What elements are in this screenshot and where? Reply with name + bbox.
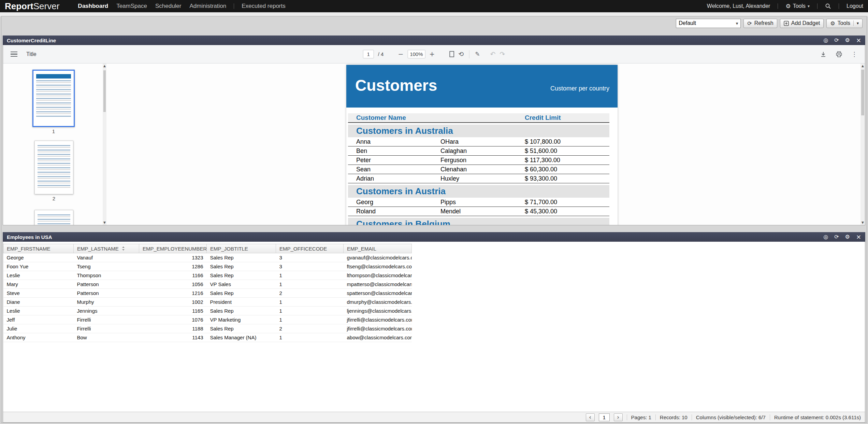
pdf-scrollbar[interactable]: ▲ ▼: [860, 63, 865, 225]
scroll-up-icon[interactable]: ▲: [103, 63, 106, 68]
thumbnail-scrollbar[interactable]: ▲ ▼: [103, 63, 106, 225]
thumbnail-page-3[interactable]: [34, 210, 73, 225]
table-row[interactable]: Foon Yue Tseng 1286 Sales Rep 3 ftseng@c…: [3, 262, 412, 271]
widget-options-icon[interactable]: ◎: [823, 234, 828, 240]
scrollbar-thumb[interactable]: [103, 70, 106, 112]
fit-page-icon[interactable]: [449, 51, 454, 57]
more-options-icon[interactable]: ⋮: [851, 51, 857, 57]
nav-item-scheduler[interactable]: Scheduler: [151, 0, 186, 12]
cell-lastname: Murphy: [74, 298, 139, 307]
separator: [817, 3, 818, 9]
column-header-email[interactable]: EMP_EMAIL: [344, 244, 412, 253]
nav-item-executed-reports[interactable]: Executed reports: [237, 0, 290, 12]
pdf-toolbar: Title / 4 − 100% + ⟲ ✎ ↶ ↷ ⋮: [3, 45, 865, 63]
employees-widget-header[interactable]: Employees in USA ◎ ⟳ ⚙ ×: [3, 232, 865, 242]
page-number-input[interactable]: [363, 50, 374, 58]
logout-link[interactable]: Logout: [847, 3, 863, 9]
column-header-officecode[interactable]: EMP_OFFICECODE: [276, 244, 344, 253]
table-row[interactable]: Mary Patterson 1056 VP Sales 1 mpatterso…: [3, 280, 412, 289]
column-header-firstname[interactable]: EMP_FIRSTNAME: [3, 244, 74, 253]
widget-options-icon[interactable]: ◎: [823, 38, 828, 43]
zoom-level[interactable]: 100%: [407, 50, 425, 58]
table-row[interactable]: Anthony Bow 1143 Sales Manager (NA) 1 ab…: [3, 333, 412, 342]
cell-email: mpatterso@classicmodelcars.c…: [344, 280, 412, 289]
thumbnail-page-2[interactable]: [34, 141, 73, 194]
cell-email: lthompson@classicmodelcars.…: [344, 271, 412, 280]
nav-item-teamspace[interactable]: TeamSpace: [112, 0, 151, 12]
cell-employeenumber: 1143: [139, 333, 207, 342]
cell-firstname: Mary: [3, 280, 74, 289]
table-row[interactable]: Julie Firrelli 1188 Sales Rep 2 jfirrell…: [3, 324, 412, 333]
credit-widget-header[interactable]: CustomerCreditLine ◎ ⟳ ⚙ ×: [3, 36, 865, 45]
widget-refresh-icon[interactable]: ⟳: [834, 38, 839, 43]
column-header-customer-name: Customer Name: [356, 114, 525, 122]
scroll-up-icon[interactable]: ▲: [860, 63, 865, 68]
nav-item-dashboard[interactable]: Dashboard: [74, 0, 112, 12]
cell-jobtitle: Sales Rep: [207, 253, 276, 262]
cell-firstname: Foon Yue: [3, 262, 74, 271]
table-row[interactable]: George Vanauf 1323 Sales Rep 3 gvanauf@c…: [3, 253, 412, 262]
employees-widget-title: Employees in USA: [7, 234, 52, 240]
print-icon[interactable]: [836, 51, 842, 58]
table-row[interactable]: Leslie Thompson 1166 Sales Rep 1 lthomps…: [3, 271, 412, 280]
rotate-icon[interactable]: ⟲: [458, 51, 464, 57]
refresh-icon: ⟳: [747, 20, 752, 27]
dashboard-select[interactable]: Default ▾: [676, 19, 741, 28]
menu-icon[interactable]: [11, 52, 17, 57]
prev-page-button[interactable]: ‹: [586, 413, 595, 421]
cell-employeenumber: 1056: [139, 280, 207, 289]
widget-settings-icon[interactable]: ⚙: [845, 38, 850, 43]
add-dadget-button[interactable]: Add Dadget: [780, 19, 824, 28]
zoom-out-button[interactable]: −: [398, 51, 403, 57]
widget-close-icon[interactable]: ×: [856, 234, 861, 240]
add-icon: [784, 21, 789, 26]
column-header-employeenumber[interactable]: EMP_EMPLOYEENUMBER: [139, 244, 207, 253]
cell-email: ljennings@classicmodelcars.com: [344, 307, 412, 315]
cell-email: gvanauf@classicmodelcars.com: [344, 253, 412, 262]
next-page-button[interactable]: ›: [614, 413, 623, 421]
table-row[interactable]: Steve Patterson 1216 Sales Rep 2 spatter…: [3, 289, 412, 298]
zoom-in-button[interactable]: +: [429, 51, 435, 57]
search-button[interactable]: [825, 3, 831, 9]
download-icon[interactable]: [820, 51, 827, 58]
table-row[interactable]: Jeff Firrelli 1076 VP Marketing 1 jfirre…: [3, 315, 412, 324]
thumbnail-page-1[interactable]: [32, 70, 75, 127]
dashboard-toolbar: Default ▾ ⟳ Refresh Add Dadget ⚙ Tools ▾: [676, 18, 863, 28]
undo-icon[interactable]: ↶: [490, 51, 495, 57]
refresh-button[interactable]: ⟳ Refresh: [743, 19, 777, 28]
column-header-lastname[interactable]: EMP_LASTNAME: [74, 244, 139, 253]
widget-settings-icon[interactable]: ⚙: [845, 234, 850, 240]
cell-email: ftseng@classicmodelcars.com: [344, 262, 412, 271]
thumbnail-content-lines: [36, 80, 71, 118]
column-header-jobtitle[interactable]: EMP_JOBTITLE: [207, 244, 276, 253]
widget-close-icon[interactable]: ×: [856, 37, 861, 43]
redo-icon[interactable]: ↷: [500, 51, 505, 57]
thumbnail-label-2: 2: [33, 196, 75, 201]
cell-jobtitle: VP Sales: [207, 280, 276, 289]
cell-employeenumber: 1002: [139, 298, 207, 307]
cell-jobtitle: Sales Rep: [207, 324, 276, 333]
nav-item-administration[interactable]: Administration: [186, 0, 231, 12]
welcome-text: Welcome, Lust, Alexander: [707, 3, 770, 9]
widget-refresh-icon[interactable]: ⟳: [834, 234, 839, 240]
table-row[interactable]: Diane Murphy 1002 President 1 dmurphy@cl…: [3, 298, 412, 307]
tools-button[interactable]: ⚙ Tools ▾: [826, 19, 863, 28]
report-title: Customers: [355, 76, 437, 95]
cell-email: spatterson@classicmodelcars.…: [344, 289, 412, 298]
columns-label: Columns (visible/selected): 6/7: [696, 414, 766, 420]
section-heading-australia: Customers in Australia: [348, 125, 609, 137]
cell-jobtitle: President: [207, 298, 276, 307]
topbar-tools-menu[interactable]: ⚙ Tools ▾: [785, 3, 810, 10]
chevron-down-icon: ▾: [736, 21, 738, 26]
cell-email: jfirrelli@classicmodelcars.com: [344, 324, 412, 333]
cell-officecode: 3: [276, 253, 344, 262]
separator: [627, 414, 627, 420]
annotate-icon[interactable]: ✎: [475, 51, 480, 57]
scrollbar-thumb[interactable]: [861, 70, 864, 115]
app-logo[interactable]: ReportServer: [5, 1, 59, 12]
chevron-down-icon: ▾: [857, 21, 859, 26]
scroll-down-icon[interactable]: ▼: [860, 220, 865, 225]
page-input[interactable]: [599, 413, 610, 421]
scroll-down-icon[interactable]: ▼: [103, 220, 106, 225]
table-row[interactable]: Leslie Jennings 1165 Sales Rep 1 ljennin…: [3, 307, 412, 315]
